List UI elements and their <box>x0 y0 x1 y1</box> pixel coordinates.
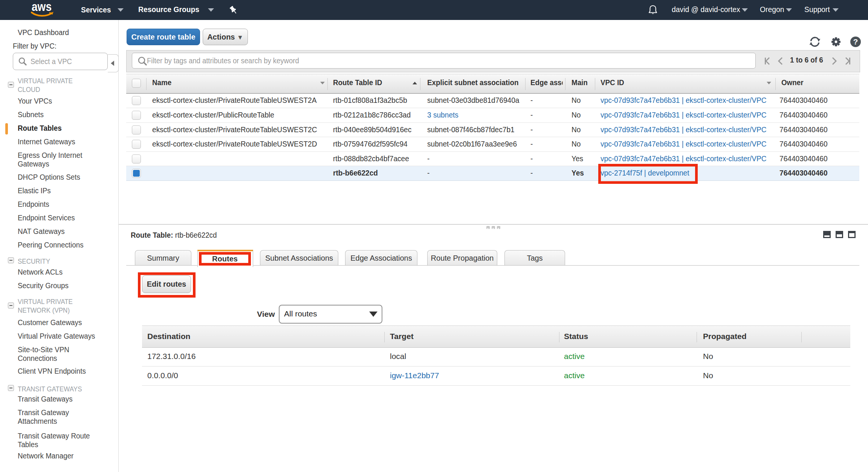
svg-text:aws: aws <box>32 1 52 14</box>
